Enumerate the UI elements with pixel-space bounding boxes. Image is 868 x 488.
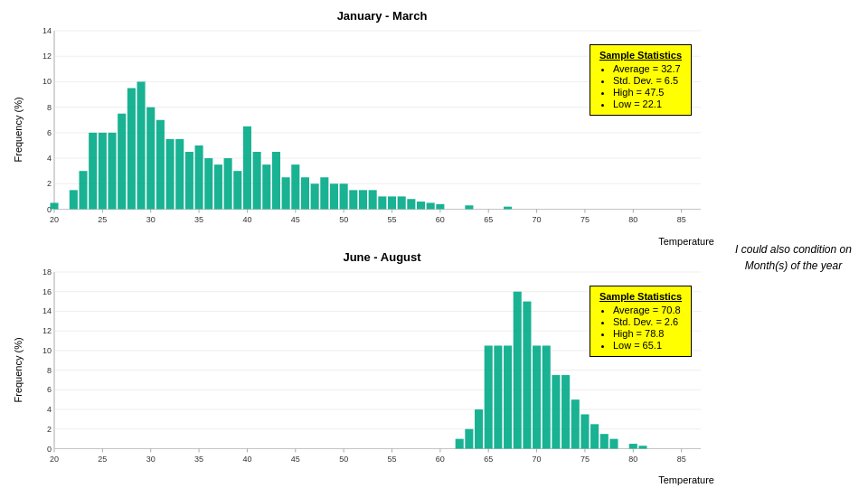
svg-rect-150 <box>571 399 580 448</box>
svg-rect-140 <box>475 409 483 448</box>
svg-text:4: 4 <box>47 405 52 414</box>
svg-text:55: 55 <box>387 215 396 224</box>
svg-rect-49 <box>89 133 97 210</box>
svg-rect-84 <box>427 202 435 209</box>
charts-area: January - March Frequency (%) 0246810121… <box>0 0 719 488</box>
chart1-stats-list: Average = 32.7 Std. Dev. = 6.5 High = 47… <box>599 63 682 109</box>
svg-text:2: 2 <box>47 424 52 433</box>
chart2-stats-title: Sample Statistics <box>599 291 682 302</box>
svg-rect-73 <box>320 177 328 209</box>
chart2-std: Std. Dev. = 2.6 <box>613 316 682 327</box>
svg-rect-139 <box>465 428 473 448</box>
svg-rect-51 <box>108 133 116 210</box>
svg-rect-145 <box>523 301 531 448</box>
svg-rect-58 <box>175 139 184 210</box>
svg-text:45: 45 <box>291 454 300 463</box>
svg-rect-87 <box>504 207 512 210</box>
chart2-inner: Frequency (%) 02468101214161820253035404… <box>9 267 719 474</box>
svg-text:65: 65 <box>484 454 493 463</box>
svg-text:16: 16 <box>42 286 52 296</box>
chart1-avg: Average = 32.7 <box>613 63 682 74</box>
svg-text:14: 14 <box>42 306 52 315</box>
chart1-x-label: Temperature <box>27 236 719 247</box>
svg-text:70: 70 <box>533 215 542 224</box>
svg-text:60: 60 <box>436 215 445 224</box>
svg-text:0: 0 <box>47 444 52 453</box>
chart1-stats-title: Sample Statistics <box>599 50 682 61</box>
svg-rect-142 <box>494 345 502 448</box>
svg-text:10: 10 <box>42 345 52 354</box>
chart1-y-axis-label: Frequency (%) <box>9 26 27 234</box>
svg-text:25: 25 <box>98 215 107 224</box>
svg-rect-78 <box>369 190 377 209</box>
svg-text:75: 75 <box>580 454 590 463</box>
chart1-inner: Frequency (%) 02468101214202530354045505… <box>9 26 719 234</box>
svg-rect-144 <box>514 291 522 448</box>
chart2-title: June - August <box>45 250 719 264</box>
svg-text:25: 25 <box>98 454 107 463</box>
chart2-high: High = 78.8 <box>613 328 682 339</box>
svg-rect-80 <box>388 196 396 209</box>
svg-rect-52 <box>118 114 126 210</box>
svg-text:80: 80 <box>628 215 637 224</box>
chart1-stats-box: Sample Statistics Average = 32.7 Std. De… <box>590 44 692 116</box>
svg-rect-71 <box>301 177 309 209</box>
svg-text:70: 70 <box>533 454 542 463</box>
svg-text:30: 30 <box>146 454 156 463</box>
svg-rect-153 <box>600 434 609 448</box>
svg-rect-75 <box>340 183 348 209</box>
svg-rect-64 <box>233 171 241 209</box>
svg-rect-59 <box>185 152 193 209</box>
svg-rect-79 <box>378 196 386 209</box>
svg-rect-148 <box>552 375 560 448</box>
svg-rect-151 <box>580 414 589 448</box>
svg-text:14: 14 <box>42 26 52 35</box>
chart2-avg: Average = 70.8 <box>613 305 682 315</box>
svg-rect-46 <box>50 202 58 209</box>
svg-rect-81 <box>398 196 406 209</box>
svg-text:30: 30 <box>146 215 156 224</box>
chart1-std: Std. Dev. = 6.5 <box>613 75 682 86</box>
annotation-line2: Month(s) of the year <box>745 259 842 272</box>
svg-rect-70 <box>291 164 299 209</box>
svg-rect-77 <box>359 190 367 209</box>
svg-text:8: 8 <box>47 103 52 112</box>
svg-text:35: 35 <box>194 454 203 463</box>
svg-rect-55 <box>146 108 155 210</box>
svg-text:40: 40 <box>242 215 251 224</box>
svg-text:35: 35 <box>194 215 203 224</box>
chart1-section: January - March Frequency (%) 0246810121… <box>9 9 719 247</box>
chart2-section: June - August Frequency (%) 024681012141… <box>9 250 719 486</box>
svg-rect-155 <box>629 444 637 448</box>
svg-rect-147 <box>542 345 551 448</box>
chart2-y-axis-label: Frequency (%) <box>9 267 27 474</box>
svg-rect-53 <box>127 88 136 209</box>
annotation-text: I could also condition on Month(s) of th… <box>735 241 852 274</box>
svg-text:18: 18 <box>42 267 52 277</box>
svg-rect-68 <box>272 152 280 209</box>
svg-text:60: 60 <box>436 454 445 463</box>
svg-text:45: 45 <box>291 215 300 224</box>
svg-text:65: 65 <box>484 215 493 224</box>
svg-text:75: 75 <box>580 215 590 224</box>
svg-rect-83 <box>417 202 425 209</box>
svg-rect-141 <box>485 345 493 448</box>
chart1-title: January - March <box>45 9 719 23</box>
svg-text:6: 6 <box>47 128 52 137</box>
chart1-low: Low = 22.1 <box>613 99 682 109</box>
svg-rect-65 <box>243 127 251 210</box>
svg-text:12: 12 <box>42 52 52 61</box>
svg-rect-146 <box>533 345 541 448</box>
svg-rect-72 <box>311 183 319 209</box>
svg-rect-57 <box>166 139 175 210</box>
main-container: January - March Frequency (%) 0246810121… <box>0 0 868 488</box>
svg-rect-74 <box>330 183 338 209</box>
svg-text:85: 85 <box>677 454 686 463</box>
svg-rect-69 <box>282 177 290 209</box>
svg-text:8: 8 <box>47 365 52 374</box>
chart2-low: Low = 65.1 <box>613 340 682 351</box>
svg-text:85: 85 <box>677 215 686 224</box>
svg-text:55: 55 <box>387 454 396 463</box>
annotation-line1: I could also condition on <box>735 243 852 256</box>
svg-rect-82 <box>407 199 415 209</box>
